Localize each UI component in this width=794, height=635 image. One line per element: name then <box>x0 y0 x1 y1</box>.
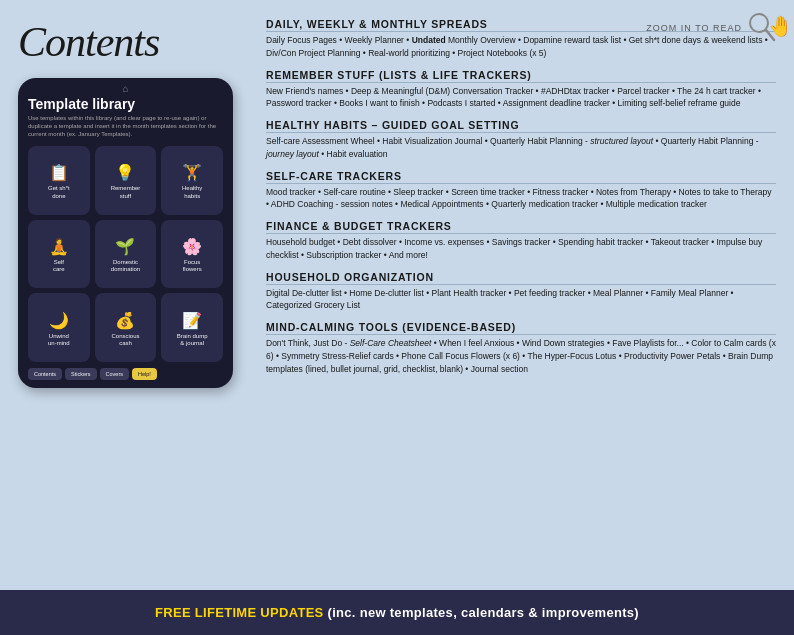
magnifier-icon: 🤚 <box>748 12 776 44</box>
tablet-nav: Contents Stickers Covers Help! <box>28 368 223 380</box>
section-household-title: Household Organization <box>266 271 776 285</box>
tablet-grid: 📋 Get sh*tdone 💡 Rememberstuff 🏋 Healthy… <box>28 146 223 362</box>
section-healthy: Healthy Habits – Guided Goal Setting Sel… <box>266 119 776 161</box>
left-panel: Contents ⌂ Template library Use template… <box>18 18 248 580</box>
lightbulb-icon: 💡 <box>115 163 135 182</box>
tablet-nav-covers[interactable]: Covers <box>100 368 129 380</box>
tablet-mockup: ⌂ Template library Use templates within … <box>18 78 233 388</box>
zoom-hint: ZOOM IN TO READ 🤚 <box>646 12 776 44</box>
bottom-banner: FREE LIFETIME UPDATES (inc. new template… <box>0 590 794 635</box>
dumbbell-icon: 🏋 <box>182 163 202 182</box>
section-household: Household Organization Digital De-clutte… <box>266 271 776 313</box>
cell-label-1: Get sh*tdone <box>48 185 70 199</box>
section-remember-content: New Friend's names • Deep & Meaningful (… <box>266 85 776 111</box>
tablet-cell-remember-stuff[interactable]: 💡 Rememberstuff <box>95 146 157 215</box>
cell-label-8: Consciouscash <box>111 333 139 347</box>
tablet-home-icon: ⌂ <box>122 83 128 94</box>
tablet-cell-unwind[interactable]: 🌙 Unwindun-mind <box>28 293 90 362</box>
clipboard-icon: 📋 <box>49 163 69 182</box>
pencil-icon: 📝 <box>182 311 202 330</box>
tablet-cell-brain-dump[interactable]: 📝 Brain dump& journal <box>161 293 223 362</box>
section-healthy-content: Self-care Assessment Wheel • Habit Visua… <box>266 135 776 161</box>
banner-rest: (inc. new templates, calendars & improve… <box>324 605 639 620</box>
section-selfcare: Self-Care Trackers Mood tracker • Self-c… <box>266 170 776 212</box>
tablet-cell-self-care[interactable]: 🧘 Selfcare <box>28 220 90 289</box>
tablet-title: Template library <box>28 96 223 112</box>
section-finance: Finance & Budget Trackers Household budg… <box>266 220 776 262</box>
banner-highlight: FREE LIFETIME UPDATES <box>155 605 324 620</box>
cell-label-7: Unwindun-mind <box>48 333 70 347</box>
section-healthy-title: Healthy Habits – Guided Goal Setting <box>266 119 776 133</box>
tablet-nav-contents[interactable]: Contents <box>28 368 62 380</box>
tablet-nav-help[interactable]: Help! <box>132 368 157 380</box>
cell-label-2: Rememberstuff <box>111 185 141 199</box>
tablet-subtitle: Use templates within this library (and c… <box>28 115 223 138</box>
plant-icon: 🌱 <box>115 237 135 256</box>
section-remember-title: Remember Stuff (Lists & Life Trackers) <box>266 69 776 83</box>
zoom-hint-text: ZOOM IN TO READ <box>646 23 742 33</box>
section-mindcalm-content: Don't Think, Just Do - Self-Care Cheatsh… <box>266 337 776 375</box>
banner-text: FREE LIFETIME UPDATES (inc. new template… <box>155 605 639 620</box>
tablet-cell-focus-flowers[interactable]: 🌸 Focusflowers <box>161 220 223 289</box>
tablet-nav-stickers[interactable]: Stickers <box>65 368 97 380</box>
section-mindcalm: Mind-Calming Tools (Evidence-Based) Don'… <box>266 321 776 375</box>
section-finance-title: Finance & Budget Trackers <box>266 220 776 234</box>
cell-label-9: Brain dump& journal <box>177 333 208 347</box>
section-finance-content: Household budget • Debt dissolver • Inco… <box>266 236 776 262</box>
right-panel: Daily, Weekly & Monthly Spreads Daily Fo… <box>266 18 776 580</box>
money-icon: 💰 <box>115 311 135 330</box>
section-household-content: Digital De-clutter list • Home De-clutte… <box>266 287 776 313</box>
contents-title: Contents <box>18 18 248 66</box>
yoga-icon: 🧘 <box>49 237 69 256</box>
cell-label-6: Focusflowers <box>183 259 202 273</box>
cell-label-4: Selfcare <box>53 259 65 273</box>
moon-icon: 🌙 <box>49 311 69 330</box>
tablet-cell-get-shit-done[interactable]: 📋 Get sh*tdone <box>28 146 90 215</box>
section-selfcare-content: Mood tracker • Self-care routine • Sleep… <box>266 186 776 212</box>
section-selfcare-title: Self-Care Trackers <box>266 170 776 184</box>
tablet-cell-cash[interactable]: 💰 Consciouscash <box>95 293 157 362</box>
tablet-cell-healthy-habits[interactable]: 🏋 Healthyhabits <box>161 146 223 215</box>
cell-label-3: Healthyhabits <box>182 185 202 199</box>
flower-icon: 🌸 <box>182 237 202 256</box>
section-mindcalm-title: Mind-Calming Tools (Evidence-Based) <box>266 321 776 335</box>
cell-label-5: Domesticdomination <box>111 259 140 273</box>
main-container: Contents ⌂ Template library Use template… <box>0 0 794 590</box>
section-remember: Remember Stuff (Lists & Life Trackers) N… <box>266 69 776 111</box>
tablet-cell-domestic[interactable]: 🌱 Domesticdomination <box>95 220 157 289</box>
